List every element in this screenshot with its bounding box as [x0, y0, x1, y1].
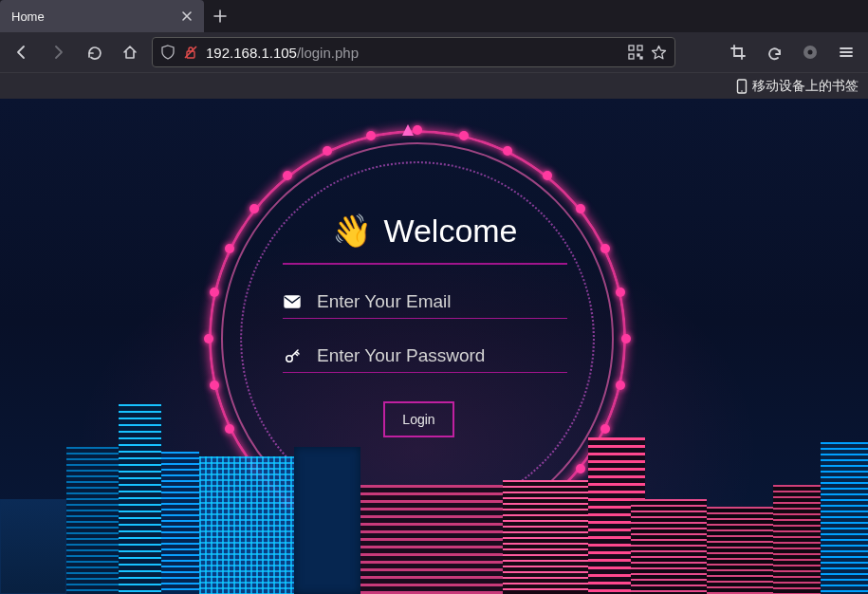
- browser-chrome: Home 192.168.1.105/log: [0, 0, 868, 99]
- tab-title: Home: [11, 9, 172, 24]
- back-button[interactable]: [8, 38, 36, 66]
- login-button[interactable]: Login: [383, 401, 454, 437]
- email-field-row: [283, 280, 567, 319]
- bookmarks-toolbar: 移动设备上的书签: [0, 72, 868, 99]
- svg-rect-2: [629, 46, 634, 50]
- toolbar: 192.168.1.105/login.php: [0, 32, 868, 72]
- login-form: 👋 Welcome Login: [283, 212, 567, 437]
- welcome-text: Welcome: [383, 213, 517, 250]
- forward-button[interactable]: [44, 38, 72, 66]
- url-text: 192.168.1.105/login.php: [206, 45, 620, 61]
- mobile-bookmarks-link[interactable]: 移动设备上的书签: [752, 78, 859, 95]
- wave-icon: 👋: [332, 212, 372, 250]
- email-icon: [283, 295, 302, 308]
- extension-record-icon[interactable]: [796, 38, 824, 66]
- app-menu-button[interactable]: [832, 38, 860, 66]
- insecure-lock-icon: [183, 45, 198, 60]
- svg-rect-4: [629, 54, 634, 59]
- extension-undo-icon[interactable]: [760, 38, 788, 66]
- svg-rect-3: [637, 46, 642, 50]
- qr-icon[interactable]: [628, 45, 643, 60]
- mobile-device-icon: [735, 79, 748, 94]
- reload-button[interactable]: [80, 38, 108, 66]
- close-icon[interactable]: [179, 9, 194, 24]
- password-field-row: [283, 334, 567, 373]
- svg-rect-6: [640, 57, 642, 59]
- url-path: /login.php: [297, 45, 359, 61]
- svg-rect-5: [637, 54, 639, 56]
- svg-point-8: [808, 50, 813, 55]
- welcome-heading: 👋 Welcome: [283, 212, 567, 265]
- url-bar[interactable]: 192.168.1.105/login.php: [152, 37, 675, 67]
- tab-home[interactable]: Home: [0, 0, 204, 32]
- home-button[interactable]: [116, 38, 144, 66]
- extension-crop-icon[interactable]: [724, 38, 752, 66]
- url-host: 192.168.1.105: [206, 45, 297, 61]
- page-content: 👋 Welcome Login: [0, 99, 868, 594]
- shield-icon: [160, 45, 175, 60]
- bookmark-star-icon[interactable]: [651, 45, 667, 61]
- key-icon: [283, 347, 302, 364]
- svg-point-13: [741, 90, 743, 92]
- email-input[interactable]: [317, 291, 567, 312]
- new-tab-button[interactable]: [204, 0, 236, 32]
- svg-rect-14: [285, 296, 300, 307]
- password-input[interactable]: [317, 345, 567, 366]
- tab-strip: Home: [0, 0, 868, 32]
